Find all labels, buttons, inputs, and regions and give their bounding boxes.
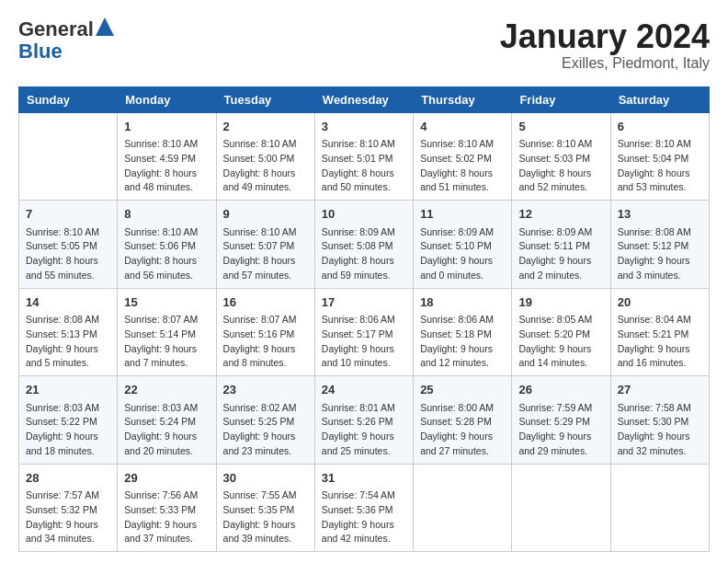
day-cell: 1Sunrise: 8:10 AMSunset: 4:59 PMDaylight… xyxy=(118,112,216,201)
calendar-table: SundayMondayTuesdayWednesdayThursdayFrid… xyxy=(18,86,710,553)
day-number: 31 xyxy=(322,469,406,488)
week-row-5: 28Sunrise: 7:57 AMSunset: 5:32 PMDayligh… xyxy=(19,464,710,552)
header-saturday: Saturday xyxy=(610,86,709,112)
page-title: January 2024 xyxy=(500,18,710,55)
header-row: SundayMondayTuesdayWednesdayThursdayFrid… xyxy=(19,86,710,112)
day-number: 18 xyxy=(420,293,505,312)
day-cell xyxy=(19,112,118,201)
day-number: 6 xyxy=(618,118,702,136)
day-cell xyxy=(512,464,610,552)
day-number: 23 xyxy=(223,381,308,399)
day-number: 27 xyxy=(618,381,702,399)
day-number: 2 xyxy=(223,118,308,136)
day-info: Sunrise: 8:10 AMSunset: 5:06 PMDaylight:… xyxy=(124,225,209,283)
day-cell: 2Sunrise: 8:10 AMSunset: 5:00 PMDaylight… xyxy=(216,112,314,201)
day-cell: 16Sunrise: 8:07 AMSunset: 5:16 PMDayligh… xyxy=(216,288,314,376)
day-cell: 31Sunrise: 7:54 AMSunset: 5:36 PMDayligh… xyxy=(314,464,413,552)
day-info: Sunrise: 8:08 AMSunset: 5:13 PMDaylight:… xyxy=(26,313,110,371)
day-number: 5 xyxy=(518,118,603,136)
day-info: Sunrise: 8:10 AMSunset: 5:05 PMDaylight:… xyxy=(26,225,110,283)
day-cell xyxy=(414,464,512,552)
day-info: Sunrise: 8:09 AMSunset: 5:11 PMDaylight:… xyxy=(518,225,603,283)
day-number: 25 xyxy=(420,381,505,399)
day-info: Sunrise: 8:09 AMSunset: 5:08 PMDaylight:… xyxy=(322,225,406,283)
day-info: Sunrise: 7:54 AMSunset: 5:36 PMDaylight:… xyxy=(322,488,406,546)
svg-marker-0 xyxy=(96,17,114,36)
day-info: Sunrise: 8:04 AMSunset: 5:21 PMDaylight:… xyxy=(618,313,702,371)
day-info: Sunrise: 8:06 AMSunset: 5:18 PMDaylight:… xyxy=(420,313,505,371)
logo-general: General xyxy=(18,17,94,40)
day-cell: 25Sunrise: 8:00 AMSunset: 5:28 PMDayligh… xyxy=(414,376,512,465)
day-info: Sunrise: 8:03 AMSunset: 5:24 PMDaylight:… xyxy=(124,401,209,459)
day-cell: 12Sunrise: 8:09 AMSunset: 5:11 PMDayligh… xyxy=(512,201,610,289)
day-number: 17 xyxy=(322,293,406,312)
day-cell: 24Sunrise: 8:01 AMSunset: 5:26 PMDayligh… xyxy=(314,376,413,465)
header-thursday: Thursday xyxy=(414,86,512,112)
day-cell: 20Sunrise: 8:04 AMSunset: 5:21 PMDayligh… xyxy=(610,288,709,376)
day-number: 13 xyxy=(618,205,702,224)
day-cell: 27Sunrise: 7:58 AMSunset: 5:30 PMDayligh… xyxy=(610,376,709,465)
day-number: 29 xyxy=(124,469,209,488)
day-cell: 28Sunrise: 7:57 AMSunset: 5:32 PMDayligh… xyxy=(19,464,118,552)
page-header: General Blue January 2024 Exilles, Piedm… xyxy=(18,18,710,72)
day-info: Sunrise: 8:02 AMSunset: 5:25 PMDaylight:… xyxy=(223,401,308,459)
day-number: 28 xyxy=(26,469,110,488)
day-cell: 11Sunrise: 8:09 AMSunset: 5:10 PMDayligh… xyxy=(414,201,512,289)
day-info: Sunrise: 8:06 AMSunset: 5:17 PMDaylight:… xyxy=(322,313,406,371)
header-monday: Monday xyxy=(118,86,216,112)
day-number: 30 xyxy=(223,469,308,488)
day-info: Sunrise: 8:03 AMSunset: 5:22 PMDaylight:… xyxy=(26,401,110,459)
day-info: Sunrise: 7:58 AMSunset: 5:30 PMDaylight:… xyxy=(618,401,702,459)
day-info: Sunrise: 8:00 AMSunset: 5:28 PMDaylight:… xyxy=(420,401,505,459)
day-cell: 8Sunrise: 8:10 AMSunset: 5:06 PMDaylight… xyxy=(118,201,216,289)
day-info: Sunrise: 8:01 AMSunset: 5:26 PMDaylight:… xyxy=(322,401,406,459)
day-number: 1 xyxy=(124,118,209,136)
day-cell: 18Sunrise: 8:06 AMSunset: 5:18 PMDayligh… xyxy=(414,288,512,376)
day-info: Sunrise: 8:05 AMSunset: 5:20 PMDaylight:… xyxy=(518,313,603,371)
day-cell: 3Sunrise: 8:10 AMSunset: 5:01 PMDaylight… xyxy=(314,112,413,201)
day-number: 14 xyxy=(26,293,110,312)
day-cell: 19Sunrise: 8:05 AMSunset: 5:20 PMDayligh… xyxy=(512,288,610,376)
day-number: 15 xyxy=(124,293,209,312)
day-cell: 30Sunrise: 7:55 AMSunset: 5:35 PMDayligh… xyxy=(216,464,314,552)
day-cell: 15Sunrise: 8:07 AMSunset: 5:14 PMDayligh… xyxy=(118,288,216,376)
day-cell: 4Sunrise: 8:10 AMSunset: 5:02 PMDaylight… xyxy=(414,112,512,201)
day-info: Sunrise: 8:10 AMSunset: 5:04 PMDaylight:… xyxy=(618,137,702,195)
page-subtitle: Exilles, Piedmont, Italy xyxy=(500,55,710,72)
day-cell: 7Sunrise: 8:10 AMSunset: 5:05 PMDaylight… xyxy=(19,201,118,289)
day-cell: 10Sunrise: 8:09 AMSunset: 5:08 PMDayligh… xyxy=(314,201,413,289)
day-info: Sunrise: 8:07 AMSunset: 5:14 PMDaylight:… xyxy=(124,313,209,371)
day-info: Sunrise: 7:57 AMSunset: 5:32 PMDaylight:… xyxy=(26,488,110,546)
header-sunday: Sunday xyxy=(19,86,118,112)
day-info: Sunrise: 7:55 AMSunset: 5:35 PMDaylight:… xyxy=(223,488,308,546)
day-cell: 21Sunrise: 8:03 AMSunset: 5:22 PMDayligh… xyxy=(19,376,118,465)
day-cell: 29Sunrise: 7:56 AMSunset: 5:33 PMDayligh… xyxy=(118,464,216,552)
day-number: 9 xyxy=(223,205,308,224)
day-cell: 6Sunrise: 8:10 AMSunset: 5:04 PMDaylight… xyxy=(610,112,709,201)
day-number: 3 xyxy=(322,118,406,136)
day-number: 16 xyxy=(223,293,308,312)
header-wednesday: Wednesday xyxy=(314,86,413,112)
header-friday: Friday xyxy=(512,86,610,112)
day-info: Sunrise: 7:59 AMSunset: 5:29 PMDaylight:… xyxy=(518,401,603,459)
day-number: 12 xyxy=(518,205,603,224)
day-info: Sunrise: 8:10 AMSunset: 5:00 PMDaylight:… xyxy=(223,137,308,195)
title-block: January 2024 Exilles, Piedmont, Italy xyxy=(500,18,710,72)
day-cell: 5Sunrise: 8:10 AMSunset: 5:03 PMDaylight… xyxy=(512,112,610,201)
logo-icon xyxy=(96,17,114,36)
day-number: 7 xyxy=(26,205,110,224)
day-cell: 17Sunrise: 8:06 AMSunset: 5:17 PMDayligh… xyxy=(314,288,413,376)
day-number: 22 xyxy=(124,381,209,399)
day-info: Sunrise: 8:10 AMSunset: 5:07 PMDaylight:… xyxy=(223,225,308,283)
day-cell: 26Sunrise: 7:59 AMSunset: 5:29 PMDayligh… xyxy=(512,376,610,465)
day-info: Sunrise: 8:10 AMSunset: 5:02 PMDaylight:… xyxy=(420,137,505,195)
header-tuesday: Tuesday xyxy=(216,86,314,112)
week-row-1: 1Sunrise: 8:10 AMSunset: 4:59 PMDaylight… xyxy=(19,112,710,201)
week-row-3: 14Sunrise: 8:08 AMSunset: 5:13 PMDayligh… xyxy=(19,288,710,376)
day-info: Sunrise: 8:10 AMSunset: 4:59 PMDaylight:… xyxy=(124,137,209,195)
day-number: 20 xyxy=(618,293,702,312)
day-info: Sunrise: 8:07 AMSunset: 5:16 PMDaylight:… xyxy=(223,313,308,371)
day-cell: 23Sunrise: 8:02 AMSunset: 5:25 PMDayligh… xyxy=(216,376,314,465)
logo: General Blue xyxy=(18,18,114,63)
day-info: Sunrise: 7:56 AMSunset: 5:33 PMDaylight:… xyxy=(124,488,209,546)
